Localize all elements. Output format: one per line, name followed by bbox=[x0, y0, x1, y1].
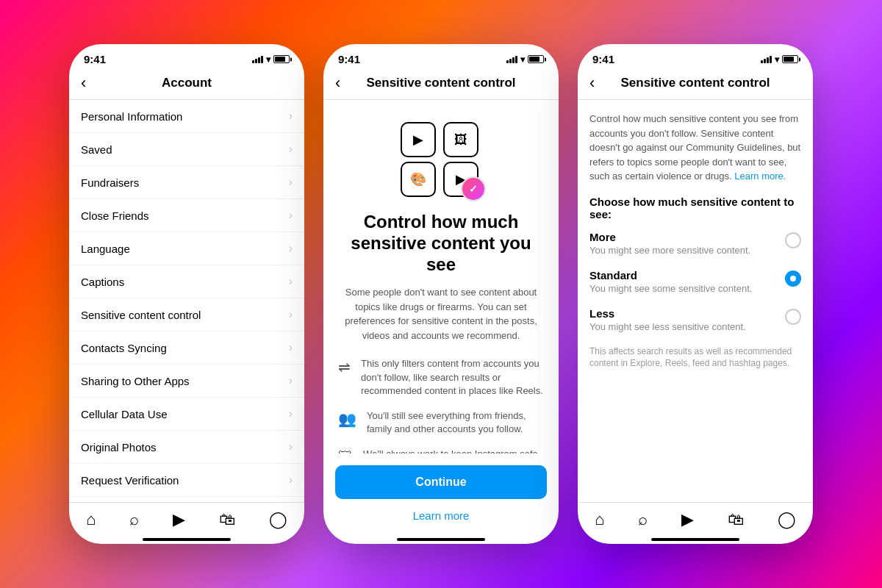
image-icon-cell: 🖼 bbox=[443, 122, 478, 157]
info-screen: ▶ 🖼 🎨 ▶ ✓ Control how much sensitive con… bbox=[323, 100, 559, 453]
home-indicator-2 bbox=[397, 538, 485, 541]
menu-item-personal-info[interactable]: Personal Information › bbox=[69, 100, 304, 133]
chevron-icon: › bbox=[289, 209, 293, 222]
chevron-icon: › bbox=[289, 176, 293, 189]
chevron-icon: › bbox=[289, 242, 293, 255]
chevron-icon: › bbox=[289, 110, 293, 123]
chevron-icon: › bbox=[289, 407, 293, 420]
menu-item-cellular-data[interactable]: Cellular Data Use › bbox=[69, 398, 304, 431]
info-title: Control how much sensitive content you s… bbox=[338, 212, 544, 275]
info-point-1: ⇌ This only filters content from account… bbox=[338, 357, 544, 398]
tab-home[interactable]: ⌂ bbox=[86, 510, 96, 529]
phone-1: 9:41 ▾ ‹ Account Personal Information bbox=[69, 44, 304, 544]
shield-safe-icon: 🛡 bbox=[338, 448, 353, 453]
nav-header-1: ‹ Account bbox=[69, 70, 304, 100]
info-point-text-1: This only filters content from accounts … bbox=[361, 357, 544, 398]
menu-item-original-photos[interactable]: Original Photos › bbox=[69, 431, 304, 464]
tab-home[interactable]: ⌂ bbox=[595, 510, 604, 529]
signal-icon bbox=[506, 56, 517, 63]
radio-circle-more[interactable] bbox=[785, 232, 801, 248]
battery-icon bbox=[528, 55, 544, 63]
menu-item-request-verification[interactable]: Request Verification › bbox=[69, 464, 304, 497]
status-icons-1: ▾ bbox=[252, 54, 290, 65]
check-shield-icon: ✓ bbox=[462, 178, 484, 200]
home-indicator-3 bbox=[651, 538, 739, 541]
status-bar-1: 9:41 ▾ bbox=[69, 44, 304, 70]
tab-reels[interactable]: ▶ bbox=[681, 510, 694, 529]
menu-item-sharing-other-apps[interactable]: Sharing to Other Apps › bbox=[69, 365, 304, 398]
signal-icon bbox=[252, 56, 263, 63]
status-time-1: 9:41 bbox=[84, 53, 106, 65]
radio-circle-standard[interactable] bbox=[785, 270, 801, 287]
continue-button[interactable]: Continue bbox=[335, 465, 547, 499]
phone-2: 9:41 ▾ ‹ Sensitive content control ▶ bbox=[323, 44, 559, 544]
info-point-text-3: We'll always work to keep Instagram safe… bbox=[363, 448, 544, 453]
home-indicator-1 bbox=[143, 538, 231, 541]
radio-sublabel-more: You might see more sensitive content. bbox=[589, 245, 750, 256]
filter-icon: ⇌ bbox=[338, 358, 351, 376]
back-button-2[interactable]: ‹ bbox=[335, 75, 340, 91]
tab-shop[interactable]: 🛍 bbox=[728, 510, 744, 529]
learn-more-link-desc[interactable]: Learn more. bbox=[734, 171, 786, 182]
status-time-3: 9:41 bbox=[592, 53, 614, 65]
wifi-icon: ▾ bbox=[775, 54, 779, 65]
radio-circle-less[interactable] bbox=[785, 309, 801, 325]
background: 9:41 ▾ ‹ Account Personal Information bbox=[0, 0, 882, 588]
status-time-2: 9:41 bbox=[338, 53, 360, 65]
menu-item-fundraisers[interactable]: Fundraisers › bbox=[69, 166, 304, 199]
radio-label-more: More bbox=[589, 231, 750, 243]
menu-item-close-friends[interactable]: Close Friends › bbox=[69, 199, 304, 232]
learn-more-button[interactable]: Learn more bbox=[335, 509, 547, 522]
chevron-icon: › bbox=[289, 143, 293, 156]
menu-item-saved[interactable]: Saved › bbox=[69, 133, 304, 166]
info-point-2: 👥 You'll still see everything from frien… bbox=[338, 409, 544, 436]
settings-note: This affects search results as well as r… bbox=[589, 345, 801, 370]
back-button-1[interactable]: ‹ bbox=[81, 75, 86, 91]
chevron-icon: › bbox=[289, 374, 293, 387]
radio-label-standard: Standard bbox=[589, 269, 752, 282]
bottom-buttons: Continue Learn more bbox=[323, 453, 559, 534]
menu-item-contacts-syncing[interactable]: Contacts Syncing › bbox=[69, 331, 304, 365]
nav-header-2: ‹ Sensitive content control bbox=[323, 70, 559, 100]
battery-icon bbox=[782, 55, 798, 63]
content-icon-grid: ▶ 🖼 🎨 ▶ ✓ bbox=[401, 122, 481, 197]
chevron-icon: › bbox=[289, 473, 293, 487]
tab-profile[interactable]: ◯ bbox=[269, 510, 287, 529]
tab-shop[interactable]: 🛍 bbox=[219, 510, 235, 529]
radio-option-less[interactable]: Less You might see less sensitive conten… bbox=[589, 307, 801, 332]
video-icon-cell: ▶ bbox=[401, 122, 436, 157]
status-icons-2: ▾ bbox=[506, 54, 544, 65]
account-menu-list: Personal Information › Saved › Fundraise… bbox=[69, 100, 304, 502]
tab-reels[interactable]: ▶ bbox=[173, 510, 185, 529]
radio-option-more[interactable]: More You might see more sensitive conten… bbox=[589, 231, 801, 256]
radio-sublabel-less: You might see less sensitive content. bbox=[589, 321, 746, 332]
tab-search[interactable]: ⌕ bbox=[129, 510, 139, 529]
nav-header-3: ‹ Sensitive content control bbox=[578, 70, 813, 100]
page-title-1: Account bbox=[162, 76, 212, 90]
friends-icon: 👥 bbox=[338, 410, 356, 428]
radio-option-standard[interactable]: Standard You might see some sensitive co… bbox=[589, 269, 801, 294]
signal-icon bbox=[761, 56, 772, 63]
menu-item-sensitive-content[interactable]: Sensitive content control › bbox=[69, 298, 304, 331]
settings-screen: Control how much sensitive content you s… bbox=[578, 100, 813, 502]
battery-icon bbox=[273, 55, 290, 63]
tab-bar-1: ⌂ ⌕ ▶ 🛍 ◯ bbox=[69, 502, 304, 534]
chevron-icon: › bbox=[289, 308, 293, 321]
tab-search[interactable]: ⌕ bbox=[638, 510, 648, 529]
settings-description: Control how much sensitive content you s… bbox=[589, 112, 801, 184]
status-bar-3: 9:41 ▾ bbox=[578, 44, 813, 70]
phone-3: 9:41 ▾ ‹ Sensitive content control Contr… bbox=[578, 44, 813, 544]
menu-item-language[interactable]: Language › bbox=[69, 232, 304, 265]
chevron-icon: › bbox=[289, 341, 293, 354]
back-button-3[interactable]: ‹ bbox=[589, 75, 595, 91]
chevron-icon: › bbox=[289, 440, 293, 453]
radio-label-less: Less bbox=[589, 307, 746, 320]
tab-profile[interactable]: ◯ bbox=[778, 510, 796, 529]
menu-item-captions[interactable]: Captions › bbox=[69, 265, 304, 298]
photo-icon-cell: 🎨 bbox=[401, 162, 436, 197]
info-point-text-2: You'll still see everything from friends… bbox=[367, 409, 544, 436]
page-title-2: Sensitive content control bbox=[366, 76, 515, 90]
menu-item-posts-liked[interactable]: Posts You've Liked › bbox=[69, 497, 304, 502]
info-description: Some people don't want to see content ab… bbox=[338, 285, 544, 343]
info-point-3: 🛡 We'll always work to keep Instagram sa… bbox=[338, 448, 544, 453]
